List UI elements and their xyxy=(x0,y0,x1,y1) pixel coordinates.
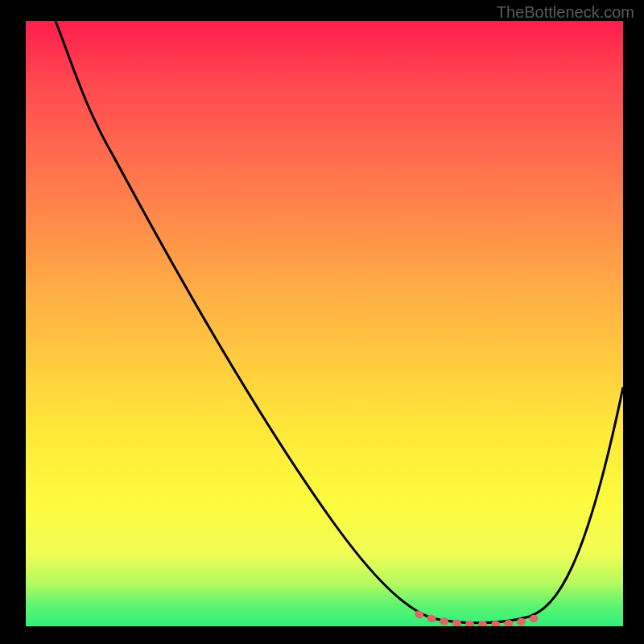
chart-plot-area xyxy=(26,21,623,626)
optimal-range-highlight xyxy=(419,614,539,625)
chart-svg xyxy=(26,21,623,626)
bottleneck-curve-line xyxy=(56,21,623,623)
watermark-text: TheBottleneck.com xyxy=(497,3,634,22)
